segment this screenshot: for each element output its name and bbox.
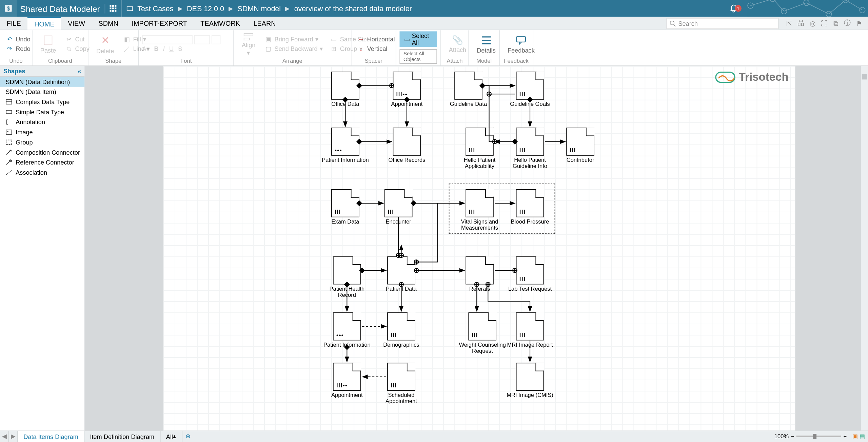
tool-icon[interactable]: ◎ — [810, 19, 815, 27]
app-icon: $ — [0, 0, 17, 17]
zoom-out-button[interactable]: − — [791, 433, 794, 439]
diagram-node[interactable]: IIIMRI Image Report — [516, 312, 544, 343]
delete-button[interactable]: ✕Delete — [92, 32, 119, 56]
diagram-node[interactable]: Patient Data — [387, 256, 415, 287]
search-input[interactable]: Search — [667, 18, 778, 29]
diagram-node[interactable]: III••Appointment — [393, 72, 421, 102]
menu-file[interactable]: FILE — [0, 17, 27, 30]
diagram-node[interactable]: IIIHello Patient Guideline Info — [516, 128, 544, 158]
shape-item-association[interactable]: Association — [0, 167, 84, 177]
copy-icon: ⧉ — [65, 45, 73, 53]
diagram-node[interactable]: •••Patient Information — [331, 128, 359, 158]
diagram-node[interactable]: MRI Image (CMIS) — [516, 363, 544, 394]
tool-icon[interactable]: 品 — [797, 18, 804, 28]
group-button[interactable]: ⊞Group ▾ — [328, 44, 372, 53]
font-color-select[interactable] — [212, 35, 220, 44]
composition-icon — [6, 149, 13, 156]
italic-button[interactable]: I — [163, 45, 165, 53]
menu-view[interactable]: VIEW — [61, 17, 92, 30]
feedback-button[interactable]: Feedback — [503, 32, 539, 56]
diagram-node[interactable]: Patient Health Record — [333, 256, 361, 287]
shape-item-composition[interactable]: Composition Connector — [0, 147, 84, 157]
shape-category[interactable]: SDMN (Data Definition) — [0, 77, 84, 87]
tab-prev-button[interactable]: ◀ — [0, 431, 9, 442]
diagram-node[interactable]: III••Appointment — [333, 363, 361, 394]
font-button[interactable]: A▾ — [142, 45, 150, 53]
diagram-node[interactable]: IIIGuideline Goals — [516, 72, 544, 102]
strike-button[interactable]: S — [178, 45, 182, 53]
tool-icon[interactable]: ⇱ — [786, 19, 792, 27]
same-size-button[interactable]: ▭Same Size — [328, 35, 372, 43]
menu-home[interactable]: HOME — [27, 17, 61, 30]
shape-item-complex[interactable]: Complex Data Type — [0, 97, 84, 107]
bring-forward-button[interactable]: ▣Bring Forward ▾ — [262, 35, 326, 43]
bottom-tab[interactable]: All ▴ — [160, 431, 182, 442]
align-button[interactable]: Align ▾ — [237, 32, 260, 56]
diagram-node[interactable]: IIIContributor — [566, 128, 594, 158]
underline-button[interactable]: U — [169, 45, 174, 53]
redo-button[interactable]: ↷Redo — [3, 44, 33, 53]
diagram-node[interactable]: IIIDemographics — [387, 312, 415, 343]
fit-width-button[interactable]: ▤ — [860, 433, 865, 439]
add-tab-button[interactable]: ⊕ — [182, 431, 194, 442]
diagram-node[interactable]: IIIVital Signs and Measurements — [466, 189, 494, 220]
shape-item-image[interactable]: Image — [0, 127, 84, 137]
tab-next-button[interactable]: ▶ — [9, 431, 18, 442]
details-button[interactable]: Details — [472, 32, 500, 56]
menu-import-export[interactable]: IMPORT-EXPORT — [125, 17, 194, 30]
breadcrumb-item[interactable]: overview of the shared data modeler — [294, 4, 412, 13]
bold-button[interactable]: B — [154, 45, 158, 53]
svg-point-38 — [7, 131, 8, 132]
cut-button[interactable]: ✂Cut — [63, 35, 92, 43]
diagram-node[interactable]: Referals — [466, 256, 494, 287]
diagram-node[interactable]: IIIScheduled Appointment — [387, 363, 415, 394]
font-size-select[interactable] — [194, 35, 210, 44]
vertical-scrollbar[interactable] — [860, 66, 868, 430]
tool-icon[interactable]: ⛶ — [821, 19, 828, 27]
copy-button[interactable]: ⧉Copy — [63, 44, 92, 53]
attach-button[interactable]: 📎Attach — [444, 32, 471, 56]
font-family-select[interactable] — [142, 35, 193, 44]
delete-icon: ✕ — [101, 34, 110, 46]
diagram-node[interactable]: IIIBlood Pressure — [516, 189, 544, 220]
shape-item-simple[interactable]: Simple Data Type — [0, 107, 84, 117]
shape-item-group[interactable]: Group — [0, 137, 84, 147]
bottom-tab[interactable]: Item Definition Diagram — [84, 431, 160, 442]
zoom-in-button[interactable]: + — [844, 433, 847, 439]
undo-button[interactable]: ↶Undo — [3, 35, 33, 43]
breadcrumb-item[interactable]: Test Cases — [137, 4, 173, 13]
notifications-button[interactable]: 1 — [723, 4, 745, 13]
menu-sdmn[interactable]: SDMN — [92, 17, 125, 30]
shape-item-annotation[interactable]: Annotation — [0, 117, 84, 127]
diagram-node[interactable]: IIIExam Data — [331, 189, 359, 220]
select-all-objects-button[interactable]: Select All Objects — [399, 49, 437, 64]
diagram-node[interactable]: Guideline Data — [454, 72, 482, 102]
diagram-node[interactable]: IIIEncounter — [384, 189, 413, 220]
shape-item-reference[interactable]: Reference Connector — [0, 157, 84, 168]
tool-icon[interactable]: ⧉ — [833, 19, 839, 27]
diagram-canvas[interactable]: Trisotech Office DataIII••AppointmentGui… — [163, 66, 795, 430]
diagram-node[interactable]: IIIWeight Counseling Request — [468, 312, 496, 343]
zoom-slider[interactable] — [796, 436, 841, 437]
select-all-button[interactable]: ▭Select All — [399, 31, 437, 47]
app-switcher-icon[interactable] — [105, 0, 122, 17]
breadcrumb-item[interactable]: DES 12.0.0 — [187, 4, 224, 13]
breadcrumb-item[interactable]: SDMN model — [237, 4, 281, 13]
diagram-node[interactable]: IIILab Test Request — [516, 256, 544, 287]
bottom-tab[interactable]: Data Items Diagram — [18, 431, 84, 442]
fit-button[interactable]: ▣ — [852, 433, 857, 439]
menu-learn[interactable]: LEARN — [247, 17, 283, 30]
shape-category[interactable]: SDMN (Data Item) — [0, 87, 84, 97]
annotation-icon — [6, 119, 13, 126]
diagram-node[interactable]: Office Data — [331, 72, 359, 102]
collapse-icon[interactable]: « — [78, 68, 81, 75]
info-icon[interactable]: ⓘ — [844, 18, 851, 28]
diagram-node[interactable]: Office Records — [393, 128, 421, 158]
diagram-node[interactable]: IIIHello Patient Applicability — [466, 128, 494, 158]
node-label: Scheduled Appointment — [376, 392, 427, 404]
diagram-node[interactable]: •••Patient Information — [333, 312, 361, 343]
flag-icon[interactable]: ⚑ — [856, 19, 862, 27]
menu-teamwork[interactable]: TEAMWORK — [194, 17, 247, 30]
paste-button[interactable]: Paste — [36, 32, 61, 56]
send-backward-button[interactable]: ▢Send Backward ▾ — [262, 44, 326, 53]
